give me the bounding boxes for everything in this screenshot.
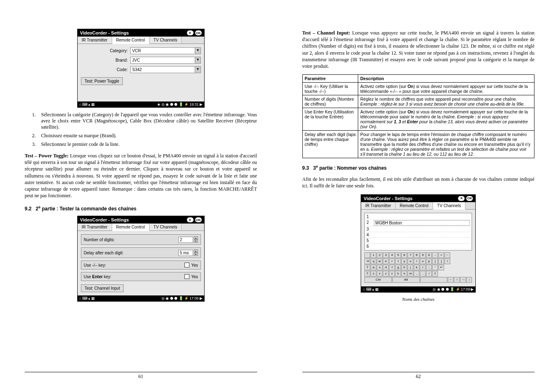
keyboard-key[interactable]: - (432, 252, 438, 258)
keyboard-key[interactable]: 6 (401, 252, 407, 258)
keyboard-key[interactable]: u (408, 258, 413, 264)
keyboard-key[interactable]: ↑ (454, 277, 460, 283)
test-channel-input-button[interactable]: Test: Channel Input (81, 284, 124, 292)
keyboard-key[interactable]: Alt (392, 277, 420, 283)
keyboard-key[interactable]: 4 (389, 252, 395, 258)
keyboard-key[interactable]: r (389, 258, 395, 264)
keyboard-key[interactable]: ◊ (432, 271, 438, 277)
keyboard-key[interactable]: → (460, 277, 466, 283)
tab-ir-transmitter[interactable]: IR Transmitter (78, 37, 112, 44)
keyboard-key[interactable]: c (383, 271, 389, 277)
keyboard-key[interactable]: ⇪ (364, 265, 370, 270)
screenshot-tv-channels: VideoCorder - Settings ✕ OK IR Transmitt… (361, 194, 476, 293)
keyboard-key[interactable]: ; (426, 265, 432, 270)
keyboard-key[interactable]: Ctrl (364, 277, 392, 283)
channel-row[interactable]: 6 (366, 244, 471, 249)
down-arrow-icon[interactable]: ▾ (194, 253, 198, 256)
keyboard-key[interactable]: q (371, 258, 376, 264)
keyboard-key[interactable]: f (389, 265, 395, 270)
keyboard-key[interactable]: l (420, 265, 426, 270)
keyboard-key[interactable]: a (371, 265, 376, 270)
keyboard-key[interactable]: x (377, 271, 382, 277)
keyboard-key[interactable]: 8 (414, 252, 419, 258)
channel-row[interactable]: 1 (366, 214, 471, 220)
keyboard-key[interactable]: 7 (408, 252, 413, 258)
up-arrow-icon[interactable]: ▴ (194, 236, 198, 240)
category-dropdown[interactable]: VCR ▾ (130, 47, 201, 54)
ok-button[interactable]: OK (195, 30, 202, 35)
keyboard-key[interactable]: i (414, 258, 419, 264)
channel-row[interactable]: 4 (366, 232, 471, 238)
tab-remote-control[interactable]: Remote Control (112, 224, 150, 231)
keyboard-key[interactable]: p (426, 258, 432, 264)
app-icon: ▦ (91, 296, 95, 300)
use-key-checkbox[interactable] (184, 263, 189, 267)
keyboard-key[interactable]: k (414, 265, 419, 270)
tab-ir-transmitter[interactable]: IR Transmitter (78, 224, 112, 231)
keyboard-key[interactable]: \ (444, 258, 450, 264)
delay-spinner[interactable]: 5 ms ▴▾ (178, 249, 198, 256)
keyboard-key[interactable]: j (408, 265, 413, 270)
code-dropdown[interactable]: S342 ▾ (130, 66, 201, 73)
keyboard-key[interactable]: 5 (395, 252, 401, 258)
close-icon[interactable]: ✕ (458, 196, 465, 201)
table-header-desc: Description (358, 75, 534, 83)
status-icons: ◈ ◎ ◉ ⬢ ⬢ 🔋 ⚡ (157, 102, 189, 106)
keyboard-key[interactable]: 1 (371, 252, 376, 258)
tab-tv-channels[interactable]: TV Channels (433, 202, 465, 210)
channel-row[interactable]: 3 (366, 226, 471, 232)
keyboard-key[interactable]: m (408, 271, 413, 277)
keyboard-key[interactable]: 2 (377, 252, 382, 258)
test-power-toggle-button[interactable]: Test: Power Toggle (81, 77, 123, 85)
use-enter-checkbox[interactable] (184, 274, 189, 279)
tab-remote-control[interactable]: Remote Control (112, 37, 150, 44)
keyboard-key[interactable] (420, 277, 448, 283)
keyboard-key[interactable]: ← (448, 277, 454, 283)
keyboard-key[interactable]: ´ (364, 252, 370, 258)
keyboard-key[interactable]: v (389, 271, 395, 277)
tab-tv-channels[interactable]: TV Channels (150, 224, 182, 231)
keyboard-key[interactable]: ] (438, 258, 444, 264)
keyboard-key[interactable]: 3 (383, 252, 389, 258)
keyboard-key[interactable]: z (371, 271, 376, 277)
keyboard-key[interactable]: ↵ (438, 265, 444, 270)
keyboard-key[interactable]: 9 (420, 252, 426, 258)
tab-remote-control[interactable]: Remote Control (396, 202, 433, 209)
keyboard-key[interactable]: , (414, 271, 419, 277)
tab-ir-transmitter[interactable]: IR Transmitter (361, 202, 396, 209)
keyboard-key[interactable]: w (377, 258, 382, 264)
keyboard-key[interactable]: ' (432, 265, 438, 270)
keyboard-key[interactable]: . (420, 271, 426, 277)
brand-dropdown[interactable]: JVC ▾ (130, 57, 201, 64)
keyboard-key[interactable]: = (438, 252, 444, 258)
close-icon[interactable]: ✕ (187, 217, 193, 222)
keyboard-key[interactable]: ← (444, 252, 450, 258)
tab-tv-channels[interactable]: TV Channels (150, 37, 182, 44)
keyboard-key[interactable]: e (383, 258, 389, 264)
ok-button[interactable]: OK (195, 217, 202, 222)
keyboard-key[interactable]: o (420, 258, 426, 264)
down-arrow-icon[interactable]: ▾ (194, 240, 198, 243)
up-arrow-icon[interactable]: ▴ (194, 249, 198, 253)
keyboard-key[interactable]: s (377, 265, 382, 270)
channel-name-input[interactable]: WGBH Boston (374, 220, 470, 226)
keyboard-key[interactable]: ⇥ (364, 258, 370, 264)
keyboard-key[interactable]: / (426, 271, 432, 277)
up-icon: ▴ (88, 102, 90, 106)
keyboard-key[interactable]: h (401, 265, 407, 270)
channel-row[interactable]: 2WGBH Boston (366, 220, 471, 226)
keyboard-key[interactable]: g (395, 265, 401, 270)
close-icon[interactable]: ✕ (187, 30, 193, 35)
keyboard-key[interactable]: b (395, 271, 401, 277)
keyboard-key[interactable]: t (395, 258, 401, 264)
ok-button[interactable]: OK (466, 196, 473, 201)
keyboard-key[interactable]: d (383, 265, 389, 270)
channel-row[interactable]: 5 (366, 238, 471, 244)
keyboard-key[interactable]: ↓ (466, 277, 472, 283)
number-of-digits-spinner[interactable]: 2 ▴▾ (178, 236, 198, 243)
keyboard-key[interactable]: [ (432, 258, 438, 264)
keyboard-key[interactable]: n (401, 271, 407, 277)
keyboard-key[interactable]: 0 (426, 252, 432, 258)
keyboard-key[interactable]: ⇧ (364, 271, 370, 277)
keyboard-key[interactable]: y (401, 258, 407, 264)
